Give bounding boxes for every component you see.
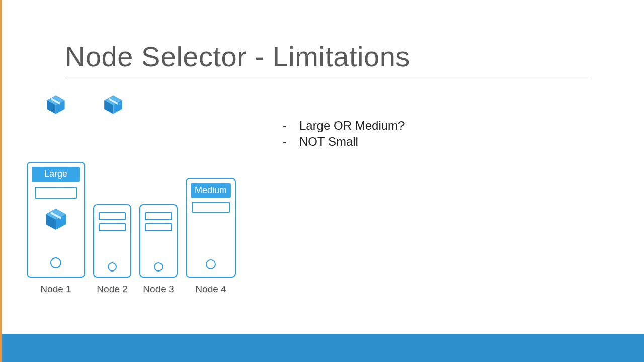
server-slot [99, 212, 126, 220]
server-slot [35, 187, 77, 199]
power-button-icon [206, 259, 216, 269]
bullet-dash: - [281, 135, 288, 149]
limitation-list: - Large OR Medium? - NOT Small [281, 119, 405, 151]
node-2: Node 2 [93, 204, 131, 295]
package-icon [45, 94, 67, 118]
floating-pods [45, 94, 124, 118]
slide: Node Selector - Limitations [2, 0, 644, 305]
package-icon [43, 207, 68, 234]
nodes-diagram: Large Node 1 [27, 162, 236, 295]
server-large: Large [27, 162, 85, 278]
list-item: - Large OR Medium? [281, 119, 405, 133]
node-3: Node 3 [139, 204, 178, 295]
server-small [93, 204, 131, 278]
bullet-text: NOT Small [299, 135, 358, 149]
footer-accent-bar [2, 334, 644, 362]
node-1: Large Node 1 [27, 162, 85, 295]
title-divider [65, 78, 589, 78]
content-area: - Large OR Medium? - NOT Small Large [65, 94, 589, 305]
server-medium: Medium [186, 178, 236, 278]
bullet-text: Large OR Medium? [299, 119, 405, 133]
node-label: Node 3 [143, 284, 174, 295]
node-4: Medium Node 4 [186, 178, 236, 295]
bullet-dash: - [281, 119, 288, 133]
power-button-icon [50, 257, 61, 268]
power-button-icon [154, 262, 163, 272]
size-badge-medium: Medium [191, 183, 231, 198]
size-badge-large: Large [32, 167, 80, 182]
server-slot [145, 212, 172, 220]
server-slot [192, 202, 230, 213]
package-icon [102, 94, 124, 118]
power-button-icon [108, 262, 117, 272]
server-slot [99, 223, 126, 231]
node-label: Node 1 [40, 284, 71, 295]
list-item: - NOT Small [281, 135, 405, 149]
node-label: Node 4 [195, 284, 226, 295]
node-label: Node 2 [97, 284, 127, 295]
server-small [139, 204, 178, 278]
page-title: Node Selector - Limitations [65, 40, 589, 73]
server-slot [145, 223, 172, 231]
